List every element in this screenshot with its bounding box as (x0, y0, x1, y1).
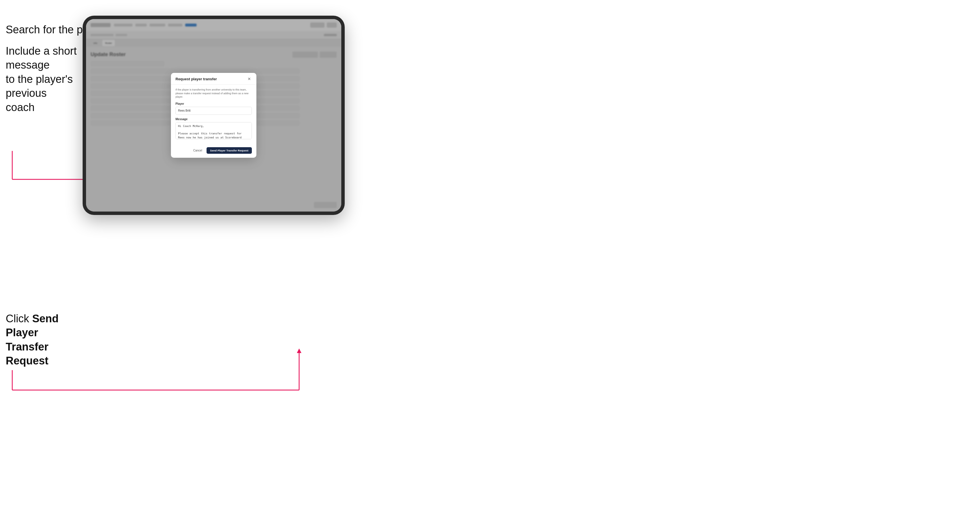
message-field-label: Message (175, 117, 252, 121)
send-transfer-button[interactable]: Send Player Transfer Request (207, 147, 252, 154)
svg-marker-6 (297, 349, 301, 353)
player-field-label: Player (175, 102, 252, 105)
request-transfer-modal: Request player transfer ✕ If the player … (171, 73, 256, 158)
player-input[interactable] (175, 107, 252, 115)
cancel-button[interactable]: Cancel (191, 148, 204, 154)
tablet-device: Info Roster Update Roster (83, 16, 345, 215)
modal-title: Request player transfer (175, 77, 217, 81)
modal-close-button[interactable]: ✕ (247, 76, 252, 81)
modal-body: If the player is transferring from anoth… (171, 84, 256, 147)
modal-header: Request player transfer ✕ (171, 73, 256, 84)
tablet-screen: Info Roster Update Roster (86, 19, 341, 211)
annotation-message: Include a short message to the player's … (6, 44, 86, 114)
message-textarea[interactable]: Hi Coach McHarg, Please accept this tran… (175, 122, 252, 139)
modal-footer: Cancel Send Player Transfer Request (171, 147, 256, 158)
annotation-click: Click Send Player Transfer Request (6, 312, 86, 368)
modal-description: If the player is transferring from anoth… (175, 88, 252, 99)
modal-overlay: Request player transfer ✕ If the player … (86, 19, 341, 211)
